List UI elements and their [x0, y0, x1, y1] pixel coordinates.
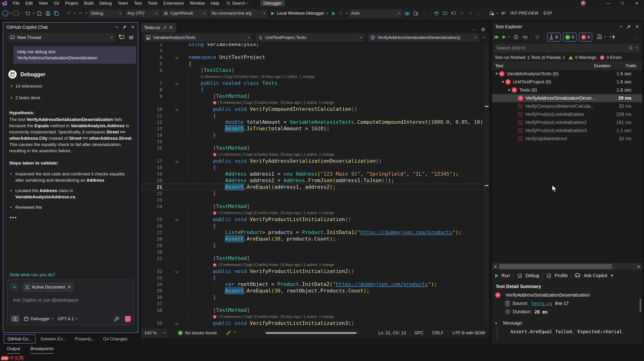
- add-context-button[interactable]: +: [10, 283, 19, 291]
- run-test-icon[interactable]: [502, 35, 506, 39]
- live-share-icon[interactable]: [488, 10, 495, 17]
- new-project-icon[interactable]: [24, 10, 31, 17]
- breadcrumb-namespace[interactable]: {} UnitTestProject.Tests: [256, 33, 364, 42]
- watch-mode-dropdown[interactable]: Auto: [349, 9, 402, 17]
- codelens-row[interactable]: ✕| 0 references | Cagri (Charlie) Aslan,…: [141, 262, 484, 268]
- menu-item-build[interactable]: Build: [81, 0, 96, 6]
- code-cleanup-icon[interactable]: [225, 330, 232, 337]
- code-viewport[interactable]: 2using VariableAnalysis;34namespace Unit…: [141, 43, 484, 328]
- fold-chevron-icon[interactable]: [175, 160, 178, 163]
- code-line-23[interactable]: 23: [141, 197, 484, 203]
- codelens-row[interactable]: ✕| 0 references | Cagri (Charlie) Aslan,…: [141, 151, 484, 158]
- pin-icon[interactable]: [122, 25, 126, 29]
- code-line-29[interactable]: 29}: [141, 242, 484, 249]
- code-line-17[interactable]: 17public void VerifyAddressSerialization…: [141, 158, 484, 164]
- code-line-32[interactable]: 32public void VerifyProductListInitializ…: [141, 268, 484, 275]
- expanded-triangle-icon[interactable]: [495, 72, 497, 74]
- thread-selector[interactable]: New Thread: [8, 33, 115, 42]
- code-line-30[interactable]: 30: [141, 249, 484, 255]
- playlist-dropdown-icon[interactable]: [604, 36, 606, 37]
- close-tab-icon[interactable]: ✕: [169, 25, 173, 30]
- expanded-triangle-icon[interactable]: [502, 80, 504, 82]
- code-line-27[interactable]: 27List<Product> products = Product.InitD…: [141, 229, 484, 236]
- menu-item-extensions[interactable]: Extensions: [160, 0, 187, 6]
- test-tree-row[interactable]: ✕VerifyProductListInitialization2181 ms: [492, 118, 642, 126]
- redo-dropdown-icon[interactable]: [85, 12, 87, 14]
- share-dropdown-icon[interactable]: [496, 12, 498, 14]
- close-button[interactable]: ✕: [630, 0, 644, 6]
- breadcrumb-method[interactable]: VerifyAddressSerializationDeserializatio…: [368, 33, 479, 42]
- tool-tab-solution-ex-[interactable]: Solution Ex...: [37, 335, 70, 343]
- active-document-chip[interactable]: Active Document ✕: [22, 283, 74, 292]
- code-line-20[interactable]: 20Address address2 = Address.FromJson(ad…: [141, 177, 484, 184]
- uncomment-icon[interactable]: [450, 10, 457, 17]
- comment-icon[interactable]: [442, 10, 448, 17]
- code-line-18[interactable]: 18{: [141, 164, 484, 171]
- collapse-message-icon[interactable]: [495, 321, 497, 324]
- menu-item-tools[interactable]: Tools: [145, 0, 160, 6]
- test-tree-row[interactable]: ✕VerifyProductListInitialization31.1 sec: [492, 126, 642, 135]
- code-line-37[interactable]: 37: [141, 301, 484, 307]
- layout-toggle-button[interactable]: [10, 315, 20, 323]
- attach-dropdown-icon[interactable]: [346, 12, 347, 14]
- menu-item-view[interactable]: View: [36, 0, 51, 6]
- code-line-13[interactable]: 13Assert.IsTrue(totalAmount > 1620);: [141, 125, 484, 132]
- bottom-tab-breakpoints[interactable]: Breakpoints: [30, 346, 54, 354]
- menu-item-edit[interactable]: Edit: [22, 0, 36, 6]
- gear-icon[interactable]: [481, 27, 486, 32]
- debug-button[interactable]: Debug: [526, 273, 539, 278]
- feedback-icon[interactable]: [500, 10, 507, 17]
- tools-button[interactable]: [114, 316, 120, 322]
- total-tests-filter[interactable]: 6: [547, 33, 560, 41]
- new-dropdown-icon[interactable]: [33, 12, 34, 14]
- test-tree-row[interactable]: ✕VariableAnalysisTests (6)1.6 sec: [492, 70, 642, 78]
- menu-item-window[interactable]: Window: [187, 0, 208, 6]
- test-tree-row[interactable]: ✕VerifyAddressSerializationDeser...28 ms: [492, 94, 642, 102]
- scroll-left-arrow[interactable]: ◀: [494, 265, 496, 268]
- fold-chevron-icon[interactable]: [175, 82, 178, 85]
- tool-tab-github-co-[interactable]: GitHub Co...: [4, 334, 36, 344]
- close-icon[interactable]: ✕: [131, 24, 135, 30]
- document-health-indicator[interactable]: ✓ No issues found: [178, 331, 216, 336]
- start-debugging-button[interactable]: Local Windows Debugger: [269, 9, 330, 17]
- delete-thread-icon[interactable]: [128, 35, 134, 40]
- code-line-10[interactable]: 10public void VerifyCompoundInterestCalc…: [141, 106, 484, 112]
- editor-horizontal-scrollbar[interactable]: [266, 332, 356, 334]
- menu-item-help[interactable]: Help: [208, 0, 222, 6]
- profile-button[interactable]: Profile: [555, 273, 568, 278]
- detail-vertical-scrollbar[interactable]: [640, 299, 641, 312]
- scrollbar-thumb[interactable]: [499, 264, 612, 269]
- menu-item-test[interactable]: Test: [131, 0, 145, 6]
- pin-icon[interactable]: [626, 25, 630, 29]
- fold-chevron-icon[interactable]: [175, 108, 178, 111]
- codelens-row[interactable]: 0 references | Cagri (Charlie) Aslan, 19…: [141, 73, 484, 80]
- test-panel-horizontal-scrollbar[interactable]: ◀ ▶: [492, 263, 642, 270]
- fold-chevron-icon[interactable]: [175, 270, 178, 273]
- test-list-column-headers[interactable]: Test Duration Traits: [492, 62, 642, 70]
- failed-tests-filter[interactable]: ✕ 6: [579, 33, 592, 41]
- cancel-run-icon[interactable]: [522, 34, 528, 40]
- code-line-19[interactable]: 19Address address1 = new Address("123 Ma…: [141, 171, 484, 177]
- pin-icon[interactable]: [163, 26, 166, 29]
- zoom-dropdown[interactable]: 100 %: [141, 328, 169, 338]
- menu-item-project[interactable]: Project: [62, 0, 81, 6]
- code-line-21[interactable]: 21Assert.AreEqual(address1, address2);: [141, 184, 484, 190]
- code-line-36[interactable]: 36}: [141, 294, 484, 301]
- toolbar-overflow-icon[interactable]: …: [421, 10, 428, 17]
- code-line-8[interactable]: 8{: [141, 86, 484, 93]
- code-line-34[interactable]: 34var rootObject = Product.InitData2("ht…: [141, 281, 484, 288]
- scroll-right-arrow[interactable]: ▶: [638, 265, 640, 268]
- find-in-files-icon[interactable]: [404, 10, 410, 17]
- platform-dropdown[interactable]: Any CPU: [125, 9, 160, 17]
- attach-process-icon[interactable]: ⚲: [337, 10, 344, 17]
- run-dropdown-icon[interactable]: [508, 36, 510, 37]
- new-thread-icon[interactable]: [118, 34, 125, 40]
- mode-selector[interactable]: Debugger: [24, 316, 53, 321]
- search-menu[interactable]: Search: [226, 1, 248, 6]
- tool-tab-property-[interactable]: Property...: [72, 335, 98, 343]
- code-line-33[interactable]: 33{: [141, 275, 484, 281]
- references-disclosure[interactable]: 14 references: [10, 84, 138, 89]
- code-line-15[interactable]: 15: [141, 138, 484, 145]
- cleanup-dropdown-icon[interactable]: [234, 331, 236, 333]
- code-line-39[interactable]: 39public void VerifyProductListInitializ…: [141, 320, 484, 327]
